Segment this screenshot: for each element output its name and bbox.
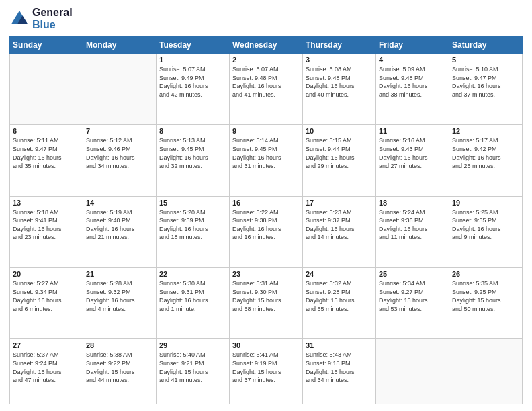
day-info: Sunrise: 5:17 AM Sunset: 9:42 PM Dayligh… <box>452 136 519 170</box>
day-number: 12 <box>452 127 519 135</box>
day-info: Sunrise: 5:31 AM Sunset: 9:30 PM Dayligh… <box>232 279 300 313</box>
day-number: 7 <box>86 127 153 135</box>
calendar-cell: 14Sunrise: 5:19 AM Sunset: 9:40 PM Dayli… <box>83 196 157 267</box>
day-number: 5 <box>452 56 519 64</box>
weekday-header-wednesday: Wednesday <box>230 37 303 54</box>
calendar-cell: 28Sunrise: 5:38 AM Sunset: 9:22 PM Dayli… <box>83 339 157 404</box>
calendar-cell: 31Sunrise: 5:43 AM Sunset: 9:18 PM Dayli… <box>303 339 376 404</box>
day-info: Sunrise: 5:07 AM Sunset: 9:49 PM Dayligh… <box>159 65 226 99</box>
day-number: 8 <box>159 127 226 135</box>
header: General Blue <box>9 7 523 31</box>
logo-text: General Blue <box>32 7 73 31</box>
day-number: 10 <box>306 127 373 135</box>
calendar-cell: 24Sunrise: 5:32 AM Sunset: 9:28 PM Dayli… <box>303 267 376 338</box>
calendar-cell: 15Sunrise: 5:20 AM Sunset: 9:39 PM Dayli… <box>157 196 230 267</box>
day-info: Sunrise: 5:20 AM Sunset: 9:39 PM Dayligh… <box>159 208 226 242</box>
day-info: Sunrise: 5:14 AM Sunset: 9:45 PM Dayligh… <box>232 136 300 170</box>
day-number: 13 <box>13 199 80 207</box>
day-info: Sunrise: 5:19 AM Sunset: 9:40 PM Dayligh… <box>86 208 153 242</box>
day-info: Sunrise: 5:07 AM Sunset: 9:48 PM Dayligh… <box>232 65 300 99</box>
day-info: Sunrise: 5:22 AM Sunset: 9:38 PM Dayligh… <box>232 208 300 242</box>
day-number: 30 <box>232 341 300 349</box>
day-number: 14 <box>86 199 153 207</box>
calendar-cell: 12Sunrise: 5:17 AM Sunset: 9:42 PM Dayli… <box>449 125 523 196</box>
calendar-cell: 3Sunrise: 5:08 AM Sunset: 9:48 PM Daylig… <box>303 54 376 125</box>
day-info: Sunrise: 5:09 AM Sunset: 9:48 PM Dayligh… <box>379 65 446 99</box>
day-info: Sunrise: 5:15 AM Sunset: 9:44 PM Dayligh… <box>306 136 373 170</box>
day-info: Sunrise: 5:27 AM Sunset: 9:34 PM Dayligh… <box>13 279 80 313</box>
day-info: Sunrise: 5:28 AM Sunset: 9:32 PM Dayligh… <box>86 279 153 313</box>
day-info: Sunrise: 5:23 AM Sunset: 9:37 PM Dayligh… <box>306 208 373 242</box>
day-number: 27 <box>13 341 80 349</box>
calendar-table: SundayMondayTuesdayWednesdayThursdayFrid… <box>9 36 523 404</box>
weekday-header-monday: Monday <box>83 37 157 54</box>
day-number: 26 <box>452 270 519 278</box>
day-number: 1 <box>159 56 226 64</box>
calendar-cell: 27Sunrise: 5:37 AM Sunset: 9:24 PM Dayli… <box>10 339 83 404</box>
calendar-cell: 23Sunrise: 5:31 AM Sunset: 9:30 PM Dayli… <box>230 267 303 338</box>
calendar-cell <box>449 339 523 404</box>
day-info: Sunrise: 5:30 AM Sunset: 9:31 PM Dayligh… <box>159 279 226 313</box>
calendar-cell: 30Sunrise: 5:41 AM Sunset: 9:19 PM Dayli… <box>230 339 303 404</box>
calendar-cell <box>376 339 449 404</box>
day-info: Sunrise: 5:13 AM Sunset: 9:45 PM Dayligh… <box>159 136 226 170</box>
calendar-cell: 25Sunrise: 5:34 AM Sunset: 9:27 PM Dayli… <box>376 267 449 338</box>
day-number: 15 <box>159 199 226 207</box>
calendar-cell: 26Sunrise: 5:35 AM Sunset: 9:25 PM Dayli… <box>449 267 523 338</box>
day-number: 23 <box>232 270 300 278</box>
calendar-cell: 9Sunrise: 5:14 AM Sunset: 9:45 PM Daylig… <box>230 125 303 196</box>
day-info: Sunrise: 5:16 AM Sunset: 9:43 PM Dayligh… <box>379 136 446 170</box>
calendar-cell: 16Sunrise: 5:22 AM Sunset: 9:38 PM Dayli… <box>230 196 303 267</box>
day-number: 21 <box>86 270 153 278</box>
day-number: 2 <box>232 56 300 64</box>
calendar-cell: 7Sunrise: 5:12 AM Sunset: 9:46 PM Daylig… <box>83 125 157 196</box>
calendar-cell: 18Sunrise: 5:24 AM Sunset: 9:36 PM Dayli… <box>376 196 449 267</box>
day-info: Sunrise: 5:25 AM Sunset: 9:35 PM Dayligh… <box>452 208 519 242</box>
weekday-header-saturday: Saturday <box>449 37 523 54</box>
day-number: 31 <box>306 341 373 349</box>
day-number: 3 <box>306 56 373 64</box>
day-number: 25 <box>379 270 446 278</box>
logo-icon <box>9 9 30 29</box>
day-info: Sunrise: 5:35 AM Sunset: 9:25 PM Dayligh… <box>452 279 519 313</box>
weekday-header-sunday: Sunday <box>10 37 83 54</box>
calendar-cell: 2Sunrise: 5:07 AM Sunset: 9:48 PM Daylig… <box>230 54 303 125</box>
calendar-cell: 21Sunrise: 5:28 AM Sunset: 9:32 PM Dayli… <box>83 267 157 338</box>
calendar-cell: 6Sunrise: 5:11 AM Sunset: 9:47 PM Daylig… <box>10 125 83 196</box>
day-info: Sunrise: 5:43 AM Sunset: 9:18 PM Dayligh… <box>306 351 373 384</box>
day-number: 6 <box>13 127 80 135</box>
day-info: Sunrise: 5:18 AM Sunset: 9:41 PM Dayligh… <box>13 208 80 242</box>
calendar-cell: 1Sunrise: 5:07 AM Sunset: 9:49 PM Daylig… <box>157 54 230 125</box>
day-info: Sunrise: 5:41 AM Sunset: 9:19 PM Dayligh… <box>232 351 300 384</box>
week-row-4: 20Sunrise: 5:27 AM Sunset: 9:34 PM Dayli… <box>10 267 523 338</box>
day-info: Sunrise: 5:34 AM Sunset: 9:27 PM Dayligh… <box>379 279 446 313</box>
day-info: Sunrise: 5:10 AM Sunset: 9:47 PM Dayligh… <box>452 65 519 99</box>
day-number: 17 <box>306 199 373 207</box>
day-number: 22 <box>159 270 226 278</box>
calendar-cell: 10Sunrise: 5:15 AM Sunset: 9:44 PM Dayli… <box>303 125 376 196</box>
calendar-cell: 4Sunrise: 5:09 AM Sunset: 9:48 PM Daylig… <box>376 54 449 125</box>
day-number: 11 <box>379 127 446 135</box>
weekday-header-friday: Friday <box>376 37 449 54</box>
day-number: 18 <box>379 199 446 207</box>
weekday-header-row: SundayMondayTuesdayWednesdayThursdayFrid… <box>10 37 523 54</box>
day-info: Sunrise: 5:40 AM Sunset: 9:21 PM Dayligh… <box>159 351 226 384</box>
day-info: Sunrise: 5:12 AM Sunset: 9:46 PM Dayligh… <box>86 136 153 170</box>
day-number: 4 <box>379 56 446 64</box>
calendar-cell: 22Sunrise: 5:30 AM Sunset: 9:31 PM Dayli… <box>157 267 230 338</box>
calendar-cell: 11Sunrise: 5:16 AM Sunset: 9:43 PM Dayli… <box>376 125 449 196</box>
logo: General Blue <box>9 7 73 31</box>
day-info: Sunrise: 5:38 AM Sunset: 9:22 PM Dayligh… <box>86 351 153 384</box>
day-number: 20 <box>13 270 80 278</box>
calendar-cell: 17Sunrise: 5:23 AM Sunset: 9:37 PM Dayli… <box>303 196 376 267</box>
week-row-2: 6Sunrise: 5:11 AM Sunset: 9:47 PM Daylig… <box>10 125 523 196</box>
week-row-3: 13Sunrise: 5:18 AM Sunset: 9:41 PM Dayli… <box>10 196 523 267</box>
weekday-header-tuesday: Tuesday <box>157 37 230 54</box>
day-number: 28 <box>86 341 153 349</box>
day-number: 19 <box>452 199 519 207</box>
calendar-cell: 5Sunrise: 5:10 AM Sunset: 9:47 PM Daylig… <box>449 54 523 125</box>
day-info: Sunrise: 5:08 AM Sunset: 9:48 PM Dayligh… <box>306 65 373 99</box>
calendar-cell: 19Sunrise: 5:25 AM Sunset: 9:35 PM Dayli… <box>449 196 523 267</box>
day-info: Sunrise: 5:37 AM Sunset: 9:24 PM Dayligh… <box>13 351 80 384</box>
weekday-header-thursday: Thursday <box>303 37 376 54</box>
